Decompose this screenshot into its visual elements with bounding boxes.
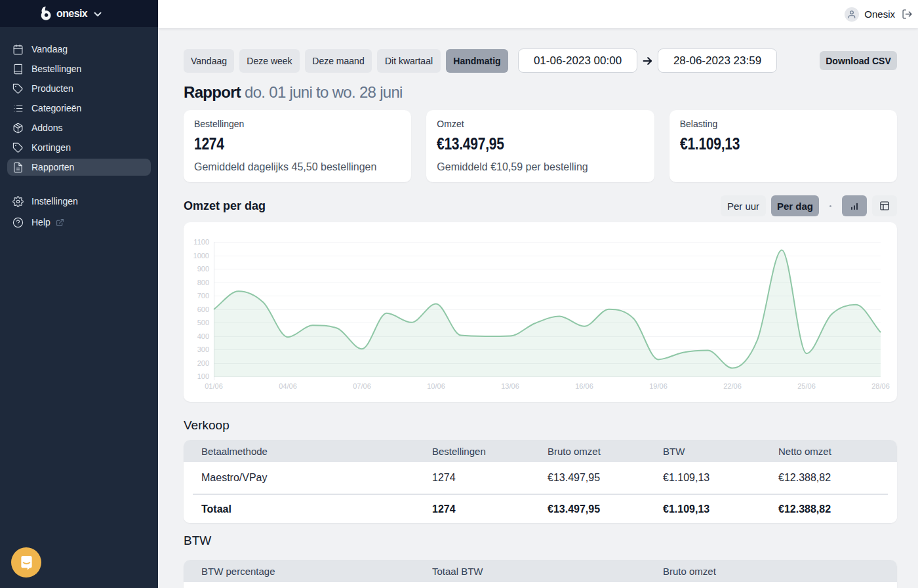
svg-text:22/06: 22/06 [723, 382, 742, 390]
svg-text:600: 600 [197, 305, 209, 313]
svg-text:300: 300 [197, 345, 209, 353]
svg-text:800: 800 [197, 279, 209, 286]
svg-text:13/06: 13/06 [501, 382, 519, 390]
svg-text:01/06: 01/06 [205, 382, 223, 390]
svg-text:07/06: 07/06 [353, 382, 371, 390]
svg-text:700: 700 [197, 292, 209, 300]
svg-text:10/06: 10/06 [427, 382, 445, 390]
svg-text:1100: 1100 [193, 238, 209, 246]
svg-text:100: 100 [197, 372, 209, 380]
svg-text:500: 500 [197, 319, 209, 326]
svg-text:04/06: 04/06 [279, 382, 297, 390]
svg-text:200: 200 [197, 359, 209, 367]
svg-text:25/06: 25/06 [797, 382, 816, 390]
svg-text:19/06: 19/06 [649, 382, 668, 390]
svg-text:1000: 1000 [193, 252, 209, 260]
svg-text:16/06: 16/06 [575, 382, 593, 390]
svg-text:400: 400 [197, 332, 209, 340]
svg-text:900: 900 [197, 265, 209, 273]
svg-text:28/06: 28/06 [871, 382, 890, 390]
